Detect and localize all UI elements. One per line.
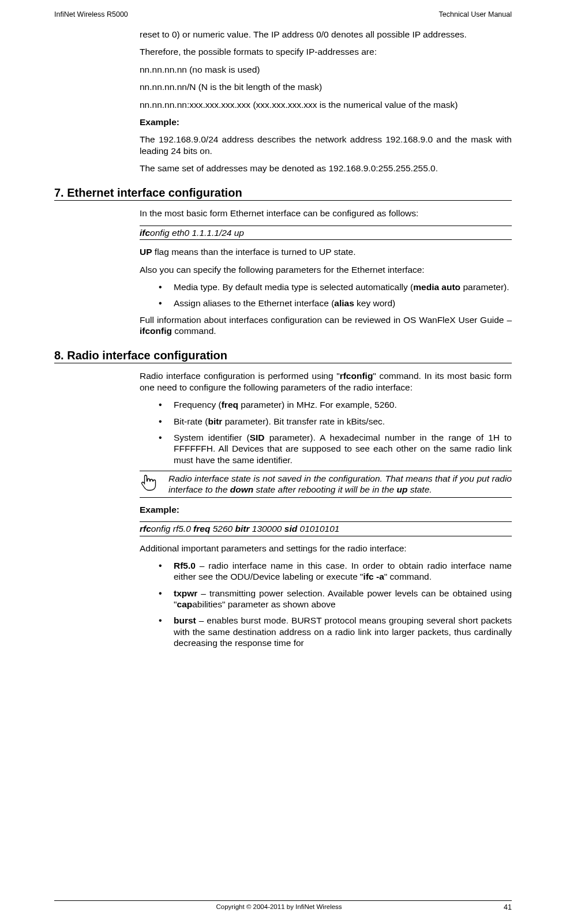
section-7-heading: 7. Ethernet interface configuration [54,186,512,201]
cmd-token: sid [284,524,297,534]
paragraph: reset to 0) or numeric value. The IP add… [140,29,512,40]
cmd-token: freq [193,524,210,534]
bullet-list: Media type. By default media type is sel… [159,281,512,309]
paragraph: nn.nn.nn.nn/N (N is the bit length of th… [140,81,512,92]
text: parameter). [460,282,509,292]
text-bold: txpwr [174,588,197,598]
text: Assign aliases to the Ethernet interface… [174,298,334,308]
text-bold-italic: down [230,484,253,494]
text-bold: freq [222,400,238,410]
text: state. [407,484,432,494]
list-item: System identifier (SID parameter). A hex… [159,432,512,465]
example-label: Example: [140,117,512,127]
cmd-token: 01010101 [297,524,339,534]
text: command. [172,326,216,336]
text-bold: UP [140,247,152,257]
list-item: Media type. By default media type is sel… [159,281,512,292]
page-header: InfiNet Wireless R5000 Technical User Ma… [54,10,512,18]
text: state after rebooting it will be in the [253,484,396,494]
intro-block: reset to 0) or numeric value. The IP add… [140,29,512,174]
note-text: Radio interface state is not saved in th… [168,473,512,495]
text-bold: media auto [413,282,460,292]
paragraph: Full information about interfaces config… [140,314,512,337]
list-item: Assign aliases to the Ethernet interface… [159,298,512,309]
text: Radio interface configuration is perform… [140,371,340,381]
paragraph: The same set of addresses may be denoted… [140,163,512,174]
cmd-token: 130000 [249,524,284,534]
text-bold: bitr [208,416,222,426]
command-rfconfig: rfconfig rf5.0 freq 5260 bitr 130000 sid… [140,521,512,536]
command-ifconfig: ifconfig eth0 1.1.1.1/24 up [140,226,512,240]
text: " command. [384,572,432,581]
cmd-token: rfc [140,524,151,534]
cmd-token: onfig [151,524,173,534]
cmd-token: rf5.0 [173,524,193,534]
paragraph: The 192.168.9.0/24 address describes the… [140,134,512,156]
text-bold: burst [174,615,199,625]
bullet-list: Frequency (freq parameter) in MHz. For e… [159,399,512,465]
section-8-heading: 8. Radio interface configuration [54,349,512,363]
text-bold: cap [177,599,193,609]
bullet-list: Rf5.0 – radio interface name in this cas… [159,560,512,649]
hand-pointing-icon [140,473,160,495]
section-7-body: In the most basic form Ethernet interfac… [140,208,512,336]
header-right: Technical User Manual [439,10,512,18]
text-bold: ifconfig [140,326,172,336]
text-bold: ifc -a [363,572,384,581]
text: Media type. By default media type is sel… [174,282,413,292]
paragraph: Radio interface configuration is perform… [140,370,512,393]
page-number: 41 [504,903,512,911]
section-8-body: Radio interface configuration is perform… [140,370,512,648]
paragraph: In the most basic form Ethernet interfac… [140,208,512,219]
text: key word) [354,298,396,308]
note-box: Radio interface state is not saved in th… [140,471,512,498]
cmd-token: up [234,228,244,238]
text: flag means than the interface is turned … [152,247,356,257]
list-item: Bit-rate (bitr parameter). Bit transfer … [159,416,512,427]
text: Frequency ( [174,400,222,410]
text: Full information about interfaces config… [140,315,512,325]
paragraph: Additional important parameters and sett… [140,543,512,554]
paragraph: UP flag means than the interface is turn… [140,246,512,257]
paragraph: Therefore, the possible formats to speci… [140,46,512,57]
header-left: InfiNet Wireless R5000 [54,10,128,18]
text: parameter) in MHz. For example, 5260. [238,400,397,410]
example-label: Example: [140,504,512,515]
copyright-text: Copyright © 2004-2011 by InfiNet Wireles… [216,903,342,911]
list-item: txpwr – transmitting power selection. Av… [159,588,512,610]
text: System identifier ( [174,433,250,442]
text-bold: rfconfig [340,371,373,381]
text: abilities" parameter as shown above [192,599,335,609]
list-item: Rf5.0 – radio interface name in this cas… [159,560,512,583]
list-item: burst – enables burst mode. BURST protoc… [159,615,512,648]
text: Bit-rate ( [174,416,208,426]
paragraph: nn.nn.nn.nn (no mask is used) [140,64,512,75]
page-footer: Copyright © 2004-2011 by InfiNet Wireles… [54,900,512,911]
cmd-token: eth0 1.1.1.1/24 [172,228,234,238]
text-bold: alias [334,298,354,308]
cmd-token: ifc [140,228,150,238]
text: parameter). Bit transfer rate in kBits/s… [222,416,385,426]
paragraph: Also you can specify the following param… [140,264,512,275]
text: – enables burst mode. BURST protocol mea… [174,615,512,648]
text-bold: SID [250,433,265,442]
paragraph: nn.nn.nn.nn:xxx.xxx.xxx.xxx (xxx.xxx.xxx… [140,99,512,110]
list-item: Frequency (freq parameter) in MHz. For e… [159,399,512,410]
cmd-token: onfig [150,228,172,238]
text-bold-italic: up [396,484,407,494]
cmd-token: bitr [235,524,249,534]
cmd-token: 5260 [210,524,235,534]
text-bold: Rf5.0 [174,561,196,570]
text: – radio interface name in this case. In … [174,561,512,581]
